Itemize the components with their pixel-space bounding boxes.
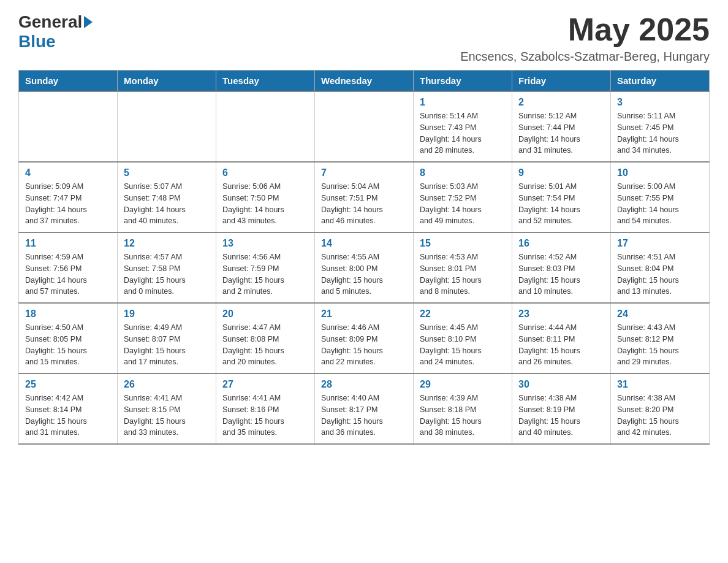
calendar-cell: 27Sunrise: 4:41 AM Sunset: 8:16 PM Dayli… [216, 373, 315, 444]
calendar-week-row: 18Sunrise: 4:50 AM Sunset: 8:05 PM Dayli… [19, 303, 710, 373]
day-info: Sunrise: 4:41 AM Sunset: 8:16 PM Dayligh… [222, 393, 308, 439]
calendar-cell: 8Sunrise: 5:03 AM Sunset: 7:52 PM Daylig… [414, 162, 512, 232]
day-info: Sunrise: 5:07 AM Sunset: 7:48 PM Dayligh… [124, 181, 210, 227]
day-number: 15 [420, 238, 506, 249]
day-info: Sunrise: 4:46 AM Sunset: 8:09 PM Dayligh… [321, 322, 407, 368]
calendar-cell: 24Sunrise: 4:43 AM Sunset: 8:12 PM Dayli… [611, 303, 710, 373]
calendar-cell: 16Sunrise: 4:52 AM Sunset: 8:03 PM Dayli… [512, 232, 611, 303]
day-number: 1 [420, 97, 506, 108]
day-number: 19 [124, 308, 210, 320]
day-number: 27 [222, 379, 308, 390]
calendar-header-row: SundayMondayTuesdayWednesdayThursdayFrid… [19, 71, 710, 92]
day-number: 11 [25, 238, 111, 249]
day-info: Sunrise: 4:45 AM Sunset: 8:10 PM Dayligh… [420, 322, 506, 368]
calendar-cell: 25Sunrise: 4:42 AM Sunset: 8:14 PM Dayli… [19, 373, 118, 444]
day-number: 24 [617, 308, 703, 320]
calendar-cell: 29Sunrise: 4:39 AM Sunset: 8:18 PM Dayli… [414, 373, 512, 444]
calendar-cell [118, 91, 216, 162]
day-info: Sunrise: 5:04 AM Sunset: 7:51 PM Dayligh… [321, 181, 407, 227]
calendar-cell: 21Sunrise: 4:46 AM Sunset: 8:09 PM Dayli… [315, 303, 414, 373]
weekday-header-tuesday: Tuesday [216, 71, 315, 92]
calendar-week-row: 1Sunrise: 5:14 AM Sunset: 7:43 PM Daylig… [19, 91, 710, 162]
day-info: Sunrise: 5:14 AM Sunset: 7:43 PM Dayligh… [420, 110, 506, 156]
calendar-cell: 22Sunrise: 4:45 AM Sunset: 8:10 PM Dayli… [414, 303, 512, 373]
logo-arrow-icon [84, 16, 93, 28]
day-info: Sunrise: 4:53 AM Sunset: 8:01 PM Dayligh… [420, 251, 506, 297]
calendar-cell: 26Sunrise: 4:41 AM Sunset: 8:15 PM Dayli… [118, 373, 216, 444]
calendar-week-row: 4Sunrise: 5:09 AM Sunset: 7:47 PM Daylig… [19, 162, 710, 232]
day-info: Sunrise: 4:57 AM Sunset: 7:58 PM Dayligh… [124, 251, 210, 297]
day-number: 8 [420, 167, 506, 178]
day-number: 17 [617, 238, 703, 249]
title-section: May 2025 Encsencs, Szabolcs-Szatmar-Bere… [460, 12, 710, 64]
calendar-cell: 30Sunrise: 4:38 AM Sunset: 8:19 PM Dayli… [512, 373, 611, 444]
calendar-cell [216, 91, 315, 162]
day-number: 5 [124, 167, 210, 178]
calendar-cell: 17Sunrise: 4:51 AM Sunset: 8:04 PM Dayli… [611, 232, 710, 303]
calendar-cell [19, 91, 118, 162]
day-number: 3 [617, 97, 703, 108]
day-number: 28 [321, 379, 407, 390]
calendar-week-row: 11Sunrise: 4:59 AM Sunset: 7:56 PM Dayli… [19, 232, 710, 303]
day-info: Sunrise: 4:47 AM Sunset: 8:08 PM Dayligh… [222, 322, 308, 368]
day-info: Sunrise: 5:09 AM Sunset: 7:47 PM Dayligh… [25, 181, 111, 227]
day-info: Sunrise: 5:11 AM Sunset: 7:45 PM Dayligh… [617, 110, 703, 156]
calendar-cell: 10Sunrise: 5:00 AM Sunset: 7:55 PM Dayli… [611, 162, 710, 232]
day-info: Sunrise: 4:38 AM Sunset: 8:20 PM Dayligh… [617, 393, 703, 439]
weekday-header-thursday: Thursday [414, 71, 512, 92]
day-number: 26 [124, 379, 210, 390]
calendar-cell: 3Sunrise: 5:11 AM Sunset: 7:45 PM Daylig… [611, 91, 710, 162]
calendar-cell: 9Sunrise: 5:01 AM Sunset: 7:54 PM Daylig… [512, 162, 611, 232]
day-number: 29 [420, 379, 506, 390]
day-number: 18 [25, 308, 111, 320]
day-info: Sunrise: 4:50 AM Sunset: 8:05 PM Dayligh… [25, 322, 111, 368]
calendar-cell: 18Sunrise: 4:50 AM Sunset: 8:05 PM Dayli… [19, 303, 118, 373]
calendar-cell: 19Sunrise: 4:49 AM Sunset: 8:07 PM Dayli… [118, 303, 216, 373]
day-number: 13 [222, 238, 308, 249]
day-info: Sunrise: 4:55 AM Sunset: 8:00 PM Dayligh… [321, 251, 407, 297]
weekday-header-friday: Friday [512, 71, 611, 92]
day-number: 9 [518, 167, 604, 178]
calendar-cell: 2Sunrise: 5:12 AM Sunset: 7:44 PM Daylig… [512, 91, 611, 162]
day-number: 4 [25, 167, 111, 178]
day-info: Sunrise: 4:42 AM Sunset: 8:14 PM Dayligh… [25, 393, 111, 439]
day-info: Sunrise: 4:51 AM Sunset: 8:04 PM Dayligh… [617, 251, 703, 297]
calendar-cell: 1Sunrise: 5:14 AM Sunset: 7:43 PM Daylig… [414, 91, 512, 162]
calendar-cell: 15Sunrise: 4:53 AM Sunset: 8:01 PM Dayli… [414, 232, 512, 303]
day-number: 16 [518, 238, 604, 249]
logo-general-text: General [18, 12, 82, 32]
day-info: Sunrise: 4:41 AM Sunset: 8:15 PM Dayligh… [124, 393, 210, 439]
day-info: Sunrise: 4:44 AM Sunset: 8:11 PM Dayligh… [518, 322, 604, 368]
calendar-cell: 12Sunrise: 4:57 AM Sunset: 7:58 PM Dayli… [118, 232, 216, 303]
day-number: 2 [518, 97, 604, 108]
day-info: Sunrise: 5:00 AM Sunset: 7:55 PM Dayligh… [617, 181, 703, 227]
day-info: Sunrise: 4:38 AM Sunset: 8:19 PM Dayligh… [518, 393, 604, 439]
weekday-header-saturday: Saturday [611, 71, 710, 92]
day-number: 7 [321, 167, 407, 178]
location-title: Encsencs, Szabolcs-Szatmar-Bereg, Hungar… [460, 50, 710, 64]
calendar-cell: 23Sunrise: 4:44 AM Sunset: 8:11 PM Dayli… [512, 303, 611, 373]
day-number: 25 [25, 379, 111, 390]
calendar-cell: 6Sunrise: 5:06 AM Sunset: 7:50 PM Daylig… [216, 162, 315, 232]
day-number: 23 [518, 308, 604, 320]
calendar-cell: 31Sunrise: 4:38 AM Sunset: 8:20 PM Dayli… [611, 373, 710, 444]
day-info: Sunrise: 5:06 AM Sunset: 7:50 PM Dayligh… [222, 181, 308, 227]
day-info: Sunrise: 4:40 AM Sunset: 8:17 PM Dayligh… [321, 393, 407, 439]
day-number: 12 [124, 238, 210, 249]
calendar-table: SundayMondayTuesdayWednesdayThursdayFrid… [18, 70, 710, 445]
day-info: Sunrise: 5:12 AM Sunset: 7:44 PM Dayligh… [518, 110, 604, 156]
calendar-cell: 11Sunrise: 4:59 AM Sunset: 7:56 PM Dayli… [19, 232, 118, 303]
day-info: Sunrise: 4:52 AM Sunset: 8:03 PM Dayligh… [518, 251, 604, 297]
day-info: Sunrise: 4:43 AM Sunset: 8:12 PM Dayligh… [617, 322, 703, 368]
day-number: 20 [222, 308, 308, 320]
calendar-cell: 4Sunrise: 5:09 AM Sunset: 7:47 PM Daylig… [19, 162, 118, 232]
calendar-cell: 20Sunrise: 4:47 AM Sunset: 8:08 PM Dayli… [216, 303, 315, 373]
weekday-header-wednesday: Wednesday [315, 71, 414, 92]
day-info: Sunrise: 4:49 AM Sunset: 8:07 PM Dayligh… [124, 322, 210, 368]
calendar-week-row: 25Sunrise: 4:42 AM Sunset: 8:14 PM Dayli… [19, 373, 710, 444]
calendar-cell [315, 91, 414, 162]
calendar-cell: 5Sunrise: 5:07 AM Sunset: 7:48 PM Daylig… [118, 162, 216, 232]
day-info: Sunrise: 4:39 AM Sunset: 8:18 PM Dayligh… [420, 393, 506, 439]
calendar-cell: 13Sunrise: 4:56 AM Sunset: 7:59 PM Dayli… [216, 232, 315, 303]
calendar-cell: 28Sunrise: 4:40 AM Sunset: 8:17 PM Dayli… [315, 373, 414, 444]
